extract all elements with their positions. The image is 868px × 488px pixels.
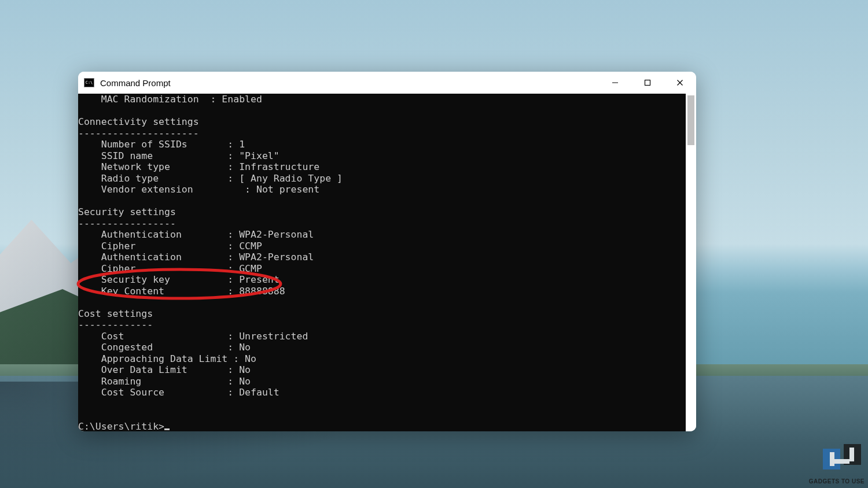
watermark-logo-icon xyxy=(822,442,862,472)
cursor-icon xyxy=(164,428,170,430)
security-settings-header: Security settings xyxy=(78,206,176,217)
line-key-content: Key Content : 88888888 xyxy=(78,286,285,297)
minimize-button[interactable] xyxy=(599,72,631,94)
line-radio-type: Radio type : [ Any Radio Type ] xyxy=(78,173,343,184)
line-prompt: C:\Users\ritik> xyxy=(78,421,164,432)
cost-settings-header: Cost settings xyxy=(78,308,153,319)
line-authentication-1: Authentication : WPA2-Personal xyxy=(78,229,314,240)
line-authentication-2: Authentication : WPA2-Personal xyxy=(78,252,314,263)
window-title: Command Prompt xyxy=(100,78,599,88)
line-cipher-1: Cipher : CCMP xyxy=(78,241,262,252)
line-network-type: Network type : Infrastructure xyxy=(78,161,319,172)
line-roaming: Roaming : No xyxy=(78,376,251,387)
scrollbar-thumb[interactable] xyxy=(687,95,694,145)
line-ssid-name: SSID name : "Pixel" xyxy=(78,150,279,161)
svg-rect-9 xyxy=(834,459,849,464)
close-button[interactable] xyxy=(664,72,696,94)
svg-rect-8 xyxy=(849,448,854,461)
titlebar[interactable]: Command Prompt xyxy=(78,72,696,94)
svg-rect-7 xyxy=(830,452,834,466)
line-mac-randomization: MAC Randomization : Enabled xyxy=(78,94,262,105)
line-congested: Congested : No xyxy=(78,342,251,353)
scrollbar-track[interactable] xyxy=(686,94,696,431)
window-controls xyxy=(599,72,696,94)
terminal-content: MAC Randomization : Enabled Connectivity… xyxy=(78,94,343,431)
terminal-output[interactable]: MAC Randomization : Enabled Connectivity… xyxy=(78,94,686,431)
cmd-icon xyxy=(84,78,94,87)
terminal-area: MAC Randomization : Enabled Connectivity… xyxy=(78,94,696,431)
connectivity-settings-header: Connectivity settings xyxy=(78,116,199,127)
line-over-limit: Over Data Limit : No xyxy=(78,364,251,375)
divider: ------------- xyxy=(78,319,153,330)
maximize-button[interactable] xyxy=(631,72,664,94)
line-vendor-extension: Vendor extension : Not present xyxy=(78,184,319,195)
command-prompt-window: Command Prompt MAC Randomization : Enabl… xyxy=(78,72,696,431)
line-approaching-limit: Approaching Data Limit : No xyxy=(78,353,256,364)
watermark: GADGETS TO USE xyxy=(790,437,868,488)
line-cipher-2: Cipher : GCMP xyxy=(78,263,262,274)
watermark-text: GADGETS TO USE xyxy=(809,478,865,485)
divider: ----------------- xyxy=(78,218,176,229)
line-cost-source: Cost Source : Default xyxy=(78,387,279,398)
line-security-key: Security key : Present xyxy=(78,274,279,285)
divider: --------------------- xyxy=(78,128,199,139)
line-number-ssids: Number of SSIDs : 1 xyxy=(78,139,245,150)
line-cost: Cost : Unrestricted xyxy=(78,331,308,342)
svg-rect-1 xyxy=(645,80,650,86)
